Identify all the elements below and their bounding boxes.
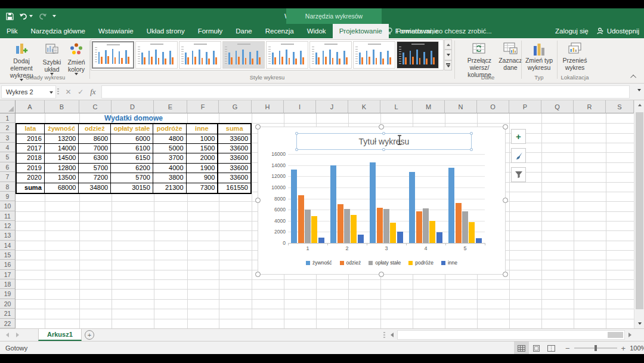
cell[interactable]: 7000 — [79, 144, 111, 153]
chart-styles-button[interactable] — [511, 148, 526, 163]
zoom-out-button[interactable]: − — [565, 344, 570, 353]
gallery-more-button[interactable] — [444, 60, 452, 70]
chart-filters-button[interactable] — [511, 167, 526, 182]
legend-item-inne[interactable]: inne — [441, 260, 457, 266]
cell[interactable]: 14500 — [45, 153, 79, 163]
qat-customize-button[interactable] — [52, 15, 56, 17]
chart-object[interactable]: Tytuł wykresu 02000400060008000100001200… — [258, 127, 506, 275]
bar-inne-5[interactable] — [476, 238, 482, 243]
name-box[interactable]: Wykres 2 — [1, 85, 56, 99]
column-header-I[interactable]: I — [284, 100, 316, 113]
cell[interactable]: 900 — [187, 173, 218, 183]
quick-layout-button[interactable]: Szybki układ — [41, 40, 63, 77]
horizontal-scrollbar[interactable] — [391, 330, 635, 340]
chart-style-thumbnail-3[interactable] — [179, 41, 221, 69]
bar-opłaty stałe-4[interactable] — [423, 208, 429, 243]
cell[interactable]: 6150 — [111, 153, 153, 163]
add-sheet-button[interactable]: + — [85, 330, 94, 340]
cell[interactable]: 12800 — [45, 164, 79, 173]
chart-handle[interactable] — [255, 198, 261, 203]
title-handle[interactable] — [382, 148, 385, 151]
cell[interactable]: 33600 — [218, 144, 250, 153]
chart-elements-button[interactable]: + — [511, 129, 526, 144]
column-header-C[interactable]: C — [79, 100, 112, 113]
scroll-up-button[interactable] — [634, 100, 644, 110]
chart-style-thumbnail-7[interactable] — [353, 41, 395, 69]
row-header-15[interactable]: 15 — [0, 250, 16, 260]
bar-opłaty stałe-5[interactable] — [462, 211, 468, 243]
bar-podróże-5[interactable] — [469, 222, 475, 243]
cell[interactable]: 34800 — [79, 183, 111, 193]
zoom-slider[interactable] — [574, 347, 617, 349]
title-handle[interactable] — [470, 148, 473, 151]
legend-item-odzież[interactable]: odzież — [340, 260, 361, 266]
select-data-button[interactable]: Zaznacz dane — [499, 40, 522, 71]
column-header-J[interactable]: J — [316, 100, 348, 113]
change-colors-button[interactable]: Zmień kolory — [63, 40, 89, 77]
row-header-18[interactable]: 18 — [0, 279, 16, 289]
bar-inne-2[interactable] — [358, 235, 364, 243]
page-break-preview-button[interactable] — [544, 342, 559, 355]
chart-handle[interactable] — [503, 124, 508, 130]
tab-plik[interactable]: Plik — [0, 24, 24, 38]
column-header-L[interactable]: L — [380, 100, 413, 113]
tab-widok[interactable]: Widok — [301, 24, 333, 38]
row-header-17[interactable]: 17 — [0, 270, 16, 279]
change-chart-type-button[interactable]: Zmień typ wykresu — [522, 40, 556, 71]
cancel-button[interactable]: ✕ — [65, 88, 71, 96]
cell[interactable]: 5000 — [153, 144, 187, 153]
scroll-left-icon[interactable] — [391, 333, 394, 337]
chart-style-thumbnail-6[interactable] — [309, 41, 352, 69]
cell[interactable]: żywność — [45, 124, 79, 134]
collapse-ribbon-button[interactable] — [630, 73, 638, 80]
vertical-scroll-thumb[interactable] — [636, 112, 643, 309]
row-header-21[interactable]: 21 — [0, 309, 16, 318]
column-header-F[interactable]: F — [187, 100, 219, 113]
bar-żywność-5[interactable] — [448, 168, 454, 243]
bar-inne-4[interactable] — [436, 232, 442, 243]
move-chart-button[interactable]: Przenieś wykres — [559, 40, 590, 71]
bar-podróże-4[interactable] — [429, 221, 435, 243]
plot-area[interactable]: 0200040006000800010000120001400016000123… — [288, 154, 485, 243]
cell[interactable]: 6300 — [79, 153, 111, 163]
cell[interactable]: 33600 — [218, 164, 250, 173]
cell[interactable]: 14000 — [45, 144, 79, 153]
bar-opłaty stałe-3[interactable] — [383, 209, 389, 243]
add-chart-element-button[interactable]: Dodaj element wykresu — [2, 40, 41, 77]
save-button[interactable] — [6, 13, 14, 20]
chart-style-thumbnail-8[interactable] — [397, 41, 439, 69]
horizontal-scroll-thumb[interactable] — [608, 332, 623, 338]
formula-expand-icon[interactable] — [637, 89, 641, 91]
bar-podróże-1[interactable] — [311, 216, 317, 243]
chart-handle[interactable] — [255, 272, 261, 277]
zoom-in-button[interactable]: + — [621, 344, 626, 353]
tab-dane[interactable]: Dane — [229, 24, 259, 38]
cell[interactable]: 33600 — [218, 134, 250, 144]
cell[interactable]: 68000 — [45, 183, 79, 193]
cell[interactable]: 33600 — [218, 153, 250, 163]
column-header-K[interactable]: K — [348, 100, 380, 113]
chart-title[interactable]: Tytuł wykresu — [297, 134, 471, 149]
chart-legend[interactable]: żywnośćodzieżopłaty stałepodróżeinne — [258, 260, 505, 266]
cell[interactable]: 1000 — [187, 134, 218, 144]
chart-title-box[interactable]: Tytuł wykresu — [296, 133, 472, 150]
row-header-9[interactable]: 9 — [0, 192, 16, 201]
gallery-up-button[interactable] — [444, 39, 452, 50]
row-header-7[interactable]: 7 — [0, 172, 16, 182]
page-layout-view-button[interactable] — [529, 342, 544, 355]
bar-żywność-2[interactable] — [330, 165, 336, 243]
cell[interactable]: 3800 — [153, 173, 187, 183]
cell[interactable]: inne — [187, 124, 218, 134]
tab-recenzja[interactable]: Recenzja — [259, 24, 301, 38]
column-header-N[interactable]: N — [445, 100, 477, 113]
sheet-tab-arkusz1[interactable]: Arkusz1 — [38, 329, 82, 341]
cell[interactable]: 6000 — [111, 134, 153, 144]
previous-sheet-button[interactable] — [6, 333, 9, 337]
scroll-down-button[interactable] — [634, 319, 644, 328]
cell[interactable]: 30150 — [111, 183, 153, 193]
share-button[interactable]: Udostępnij — [597, 27, 639, 35]
row-header-1[interactable]: 1 — [0, 113, 16, 123]
tab-scrollbar-splitter[interactable] — [383, 332, 385, 339]
redo-button[interactable] — [38, 13, 47, 20]
tab-formuly[interactable]: Formuły — [191, 24, 230, 38]
